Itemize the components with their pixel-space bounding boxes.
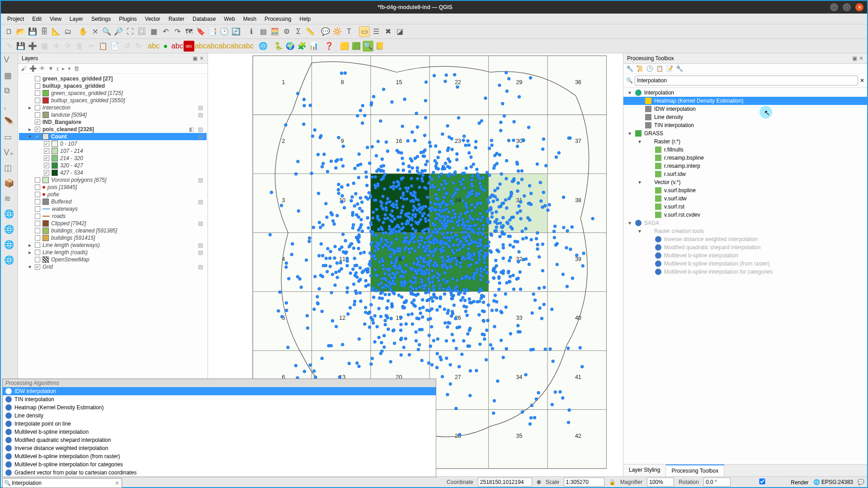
locator-clear-icon[interactable]: ✕ xyxy=(115,480,119,486)
menu-mesh[interactable]: Mesh xyxy=(240,14,260,24)
suggest-row[interactable]: Interpolate point on line xyxy=(3,420,436,428)
menu-help[interactable]: Help xyxy=(296,14,315,24)
model-icon[interactable]: 🔧 xyxy=(626,65,633,72)
label-pin-icon[interactable]: abc xyxy=(172,41,183,52)
layer-row[interactable]: Buffered▤ xyxy=(19,198,207,205)
layer-row[interactable]: ▸Line length (roads)▤ xyxy=(19,249,207,256)
layer-row[interactable]: ✓320 - 427 xyxy=(19,162,207,169)
filter-icon[interactable]: ▼ xyxy=(48,65,54,72)
tree-row[interactable]: ▾Interpolation xyxy=(623,89,867,97)
add-csv-icon[interactable]: , xyxy=(4,101,15,112)
measure-icon[interactable]: 📏 xyxy=(305,26,316,37)
remove-layer-icon[interactable]: 🗑 xyxy=(74,65,80,72)
style-icon[interactable]: 🖌 xyxy=(21,65,27,72)
tree-row[interactable]: v.surf.rst.cvdev xyxy=(623,211,867,219)
tree-row[interactable]: ▾Vector (v.*) xyxy=(623,178,867,186)
annotation-icon[interactable]: 🔆 xyxy=(332,26,343,37)
label-prop-icon[interactable]: abc xyxy=(242,41,253,52)
layer-row[interactable]: ▾✓Count▤ xyxy=(19,133,207,140)
tree-row[interactable]: r.resamp.interp xyxy=(623,162,867,170)
layer-row[interactable]: ▸Intersection▤ xyxy=(19,104,207,111)
add-mesh-icon[interactable]: ⧉ xyxy=(4,86,15,97)
maximize-button[interactable]: ▢ xyxy=(843,3,851,11)
zoom-full-icon[interactable]: ⛶ xyxy=(125,26,136,37)
suggest-row[interactable]: Inverse distance weighted interpolation xyxy=(3,444,436,452)
deselect-icon[interactable]: ✖ xyxy=(382,26,393,37)
zoom-layer-icon[interactable]: ▦ xyxy=(148,26,159,37)
pan-icon[interactable]: ✋ xyxy=(78,26,89,37)
tree-row[interactable]: r.resamp.bspline xyxy=(623,154,867,162)
layer-row[interactable]: green_spaces_gridded [27] xyxy=(19,75,207,82)
tree-row[interactable]: r.fillnulls xyxy=(623,146,867,154)
layer-row[interactable]: ✓0 - 107 xyxy=(19,140,207,147)
select-by-value-icon[interactable]: ☰ xyxy=(371,26,382,37)
layer-row[interactable]: roads xyxy=(19,213,207,220)
tree-row[interactable]: r.surf.idw xyxy=(623,170,867,178)
copy-icon[interactable]: 📋 xyxy=(98,41,108,52)
zoom-in-icon[interactable]: 🔍 xyxy=(101,26,112,37)
tree-row[interactable]: ▾Raster creation tools xyxy=(623,227,867,235)
osm-download-icon[interactable]: 🌐 xyxy=(258,41,269,52)
undo-icon[interactable]: ↺ xyxy=(121,41,132,52)
menu-database[interactable]: Database xyxy=(189,14,219,24)
pan-selection-icon[interactable]: ⤧ xyxy=(90,26,100,37)
layer-row[interactable]: landuse [5094]▤ xyxy=(19,111,207,118)
cut-icon[interactable]: ✂ xyxy=(86,41,97,52)
edit-script-icon[interactable]: 📝 xyxy=(666,65,673,72)
add-wms-icon[interactable]: 🌐 xyxy=(4,209,15,220)
cad-icon[interactable]: ▦ xyxy=(39,41,50,52)
toolbox-search-input[interactable] xyxy=(635,76,858,85)
tree-row[interactable]: Modified quadratic shepard interpolation xyxy=(623,243,867,251)
tree-row[interactable]: v.surf.bspline xyxy=(623,186,867,194)
history-icon[interactable]: 🕑 xyxy=(646,65,653,72)
save-icon[interactable]: 💾 xyxy=(27,26,38,37)
add-xyz-icon[interactable]: 🌐 xyxy=(4,255,15,266)
layer-row[interactable]: Voronoi polygons [675]▤ xyxy=(19,176,207,184)
zoom-next-icon[interactable]: ↷ xyxy=(172,26,183,37)
label-abc-icon[interactable]: abc xyxy=(148,41,159,52)
menu-settings[interactable]: Settings xyxy=(88,14,114,24)
new-mem-icon[interactable]: ≋ xyxy=(4,194,15,204)
coord-value[interactable] xyxy=(478,478,532,487)
quickosm2-icon[interactable]: 🟩 xyxy=(351,41,362,52)
zoom-out-icon[interactable]: 🔎 xyxy=(113,26,124,37)
toolbox-dock-icon[interactable]: ▣ xyxy=(852,55,857,62)
menu-layer[interactable]: Layer xyxy=(66,14,87,24)
minimize-button[interactable]: — xyxy=(830,3,838,11)
suggest-row[interactable]: Multilevel b-spline interpolation for ca… xyxy=(3,460,436,469)
tree-row[interactable]: ▾Raster (r.*) xyxy=(623,137,867,146)
new-spatialite-icon[interactable]: ◫ xyxy=(4,163,15,174)
layer-row[interactable]: ▾✓Grid▤ xyxy=(19,263,207,270)
select-features-icon[interactable]: ▭ xyxy=(359,26,370,37)
tree-row[interactable]: IDW interpolation xyxy=(623,105,867,113)
menu-project[interactable]: Project xyxy=(4,14,28,24)
tab-layer-styling[interactable]: Layer Styling xyxy=(623,464,666,476)
select-all-icon[interactable]: ◪ xyxy=(394,26,405,37)
collapse-icon[interactable]: ▾ xyxy=(68,65,71,72)
add-group-icon[interactable]: ➕ xyxy=(29,65,37,72)
tree-row[interactable]: ▾GRASS xyxy=(623,129,867,137)
visibility-icon[interactable]: 👁 xyxy=(39,65,45,72)
layers-close-icon[interactable]: ✕ xyxy=(199,55,204,62)
toolbox-tree[interactable]: ▾InterpolationHeatmap (Kernel Density Es… xyxy=(623,88,867,464)
layer-row[interactable]: builtup_spaces_gridded [3550] xyxy=(19,97,207,104)
clear-search-icon[interactable]: ✕ xyxy=(860,77,864,84)
menu-processing[interactable]: Processing xyxy=(261,14,295,24)
label-show-icon[interactable]: ● xyxy=(160,41,171,52)
extents-icon[interactable]: ⊕ xyxy=(537,479,541,485)
suggest-row[interactable]: Modified quadratic shepard interpolation xyxy=(3,436,436,444)
plugin-1-icon[interactable]: 🧩 xyxy=(297,41,307,52)
menu-edit[interactable]: Edit xyxy=(28,14,45,24)
locator-suggestions[interactable]: Processing AlgorithmsIDW interpolationTI… xyxy=(2,379,436,477)
new-map-view-icon[interactable]: 🗺 xyxy=(184,26,194,37)
plugin-2-icon[interactable]: 📊 xyxy=(308,41,319,52)
script-icon[interactable]: 📜 xyxy=(636,65,643,72)
layer-row[interactable]: pois [19845] xyxy=(19,184,207,191)
layer-row[interactable]: OpenStreetMap xyxy=(19,256,207,263)
new-gpkg-icon[interactable]: 📦 xyxy=(4,178,15,189)
suggest-row[interactable]: TIN interpolation xyxy=(3,395,436,403)
save-edits-icon[interactable]: 💾 xyxy=(15,41,26,52)
tree-row[interactable]: Multilevel b-spline interpolation for ca… xyxy=(623,268,867,276)
tree-row[interactable]: Multilevel b-spline interpolation xyxy=(623,251,867,260)
suggest-row[interactable]: Gradient vector from polar to cartesian … xyxy=(3,469,436,477)
